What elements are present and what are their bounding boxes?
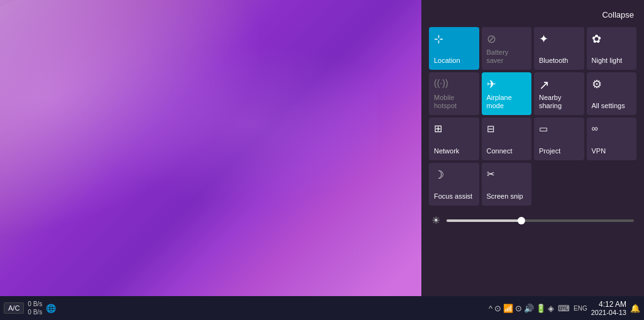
brightness-fill [447,219,521,222]
clock-time: 4:12 AM [591,300,626,309]
vpn-icon: ∞ [592,124,598,133]
tile-mobile-hotspot-label: Mobile hotspot [434,94,474,110]
brightness-icon: ☀ [431,214,440,226]
notification-icon[interactable]: 🔔 [630,304,640,313]
tile-network[interactable]: ⊞ Network [429,118,479,160]
tile-connect[interactable]: ⊟ Connect [482,118,532,160]
location-icon: ⊹ [434,33,443,45]
tile-bluetooth-label: Bluetooth [539,57,568,65]
tile-vpn[interactable]: ∞ VPN [587,118,637,160]
desktop-background [0,0,421,296]
night-light-icon: ✿ [592,33,601,45]
focus-assist-icon: ☽ [434,169,444,180]
tile-airplane-mode-label: Airplane mode [487,94,527,110]
network-speed: 0 B/s 0 B/s [28,300,42,316]
taskbar: A/C 0 B/s 0 B/s 🌐 ^ ⊙ 📶 ⊙ 🔊 🔋 ◈ ⌨ ENG 4:… [0,296,644,320]
tile-project[interactable]: ▭ Project [534,118,584,160]
all-settings-icon: ⚙ [592,79,602,90]
tile-vpn-label: VPN [592,147,606,155]
network-icon: ⊞ [434,124,442,134]
connect-icon: ⊟ [487,124,495,133]
tile-focus-assist-label: Focus assist [434,192,472,201]
upload-speed: 0 B/s [28,300,42,308]
nearby-sharing-icon: ↗ [539,79,550,91]
language-label[interactable]: ENG [574,304,587,312]
battery-saver-icon: ⊘ [487,33,496,45]
quick-actions-grid: ⊹ Location ⊘ Battery saver ✦ Bluetooth ✿… [429,27,636,206]
tile-all-settings-label: All settings [592,102,625,110]
tile-night-light-label: Night light [592,57,623,65]
wifi-icon[interactable]: ⊙ [515,304,522,313]
tile-nearby-sharing-label: Nearby sharing [539,94,579,110]
tile-screen-snip[interactable]: ✂ Screen snip [482,163,532,206]
empty-tile-2 [587,163,637,206]
dropbox-icon[interactable]: ◈ [548,304,554,313]
airplane-mode-icon: ✈ [487,79,496,90]
clock-date: 2021-04-13 [591,309,626,316]
taskbar-right: ^ ⊙ 📶 ⊙ 🔊 🔋 ◈ ⌨ ENG 4:12 AM 2021-04-13 🔔 [489,300,640,316]
tile-nearby-sharing[interactable]: ↗ Nearby sharing [534,72,584,115]
action-center-panel: Collapse ⊹ Location ⊘ Battery saver ✦ Bl… [421,0,644,296]
empty-tile-1 [534,163,584,206]
tile-location-label: Location [434,57,460,65]
brightness-thumb [518,217,525,224]
tile-all-settings[interactable]: ⚙ All settings [587,72,637,115]
target-icon[interactable]: ⊙ [494,304,501,313]
bluetooth-icon: ✦ [539,33,548,45]
tile-network-label: Network [434,147,459,155]
project-icon: ▭ [539,124,548,133]
system-tray-icons: ^ ⊙ 📶 ⊙ 🔊 🔋 ◈ [489,304,554,313]
tile-night-light[interactable]: ✿ Night light [587,27,637,70]
collapse-bar: Collapse [429,10,636,19]
tile-project-label: Project [539,147,560,155]
collapse-button[interactable]: Collapse [602,10,634,19]
brightness-row: ☀ [429,211,636,230]
tile-battery-saver[interactable]: ⊘ Battery saver [482,27,532,70]
network-tray-icon[interactable]: 📶 [503,304,513,313]
screen-snip-icon: ✂ [487,169,495,179]
chevron-up-icon[interactable]: ^ [489,304,492,313]
tile-screen-snip-label: Screen snip [487,192,523,201]
battery-tray-icon[interactable]: 🔋 [536,304,546,313]
tile-connect-label: Connect [487,147,513,155]
tile-bluetooth[interactable]: ✦ Bluetooth [534,27,584,70]
avatar-icon[interactable]: 🌐 [46,304,56,313]
brightness-slider[interactable] [447,219,634,222]
tile-focus-assist[interactable]: ☽ Focus assist [429,163,479,206]
tile-battery-saver-label: Battery saver [487,48,527,65]
volume-icon[interactable]: 🔊 [524,304,534,313]
clock[interactable]: 4:12 AM 2021-04-13 [591,300,626,316]
tile-location[interactable]: ⊹ Location [429,27,479,70]
keyboard-icon[interactable]: ⌨ [558,304,570,313]
download-speed: 0 B/s [28,308,42,316]
tile-airplane-mode[interactable]: ✈ Airplane mode [482,72,532,115]
tile-mobile-hotspot[interactable]: ((·)) Mobile hotspot [429,72,479,115]
mobile-hotspot-icon: ((·)) [434,79,448,87]
ac-button[interactable]: A/C [4,302,24,314]
taskbar-left: A/C 0 B/s 0 B/s 🌐 [4,300,56,316]
